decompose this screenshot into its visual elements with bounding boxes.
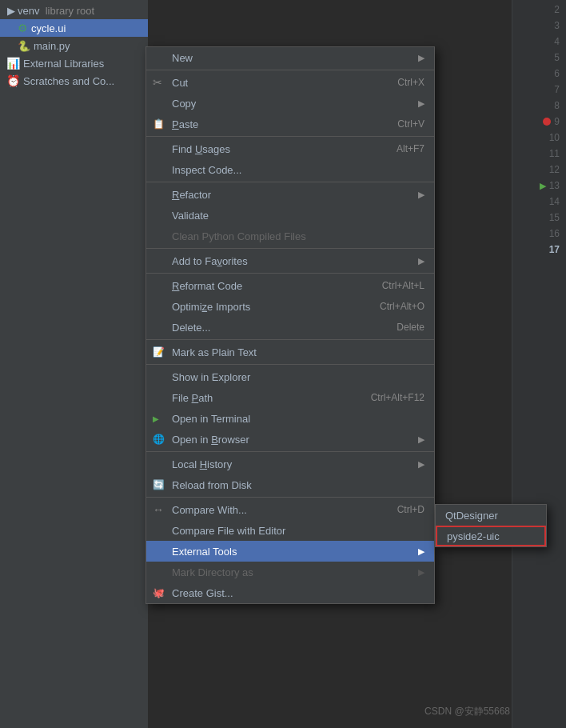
tree-item-label: Scratches and Co... [23,75,114,87]
line-6: 6 [554,66,560,82]
menu-item-find-usages-label: Find Usages [172,143,230,155]
menu-item-optimize-imports[interactable]: Optimize Imports Ctrl+Alt+O [146,296,434,317]
compare-icon: ↔ [153,503,164,516]
menu-item-reformat-code-label: Reformat Code [172,280,242,292]
menu-item-inspect-code-label: Inspect Code... [172,164,241,176]
menu-item-validate-label: Validate [172,210,209,222]
line-9: 9 [543,114,560,130]
menu-item-reformat-code[interactable]: Reformat Code Ctrl+Alt+L [146,275,434,296]
menu-item-local-history-label: Local History [172,458,232,470]
mark-plain-icon: 📝 [153,346,165,358]
submenu-item-qtdesigner[interactable]: QtDesigner [436,505,546,526]
submenu-external-tools: QtDesigner pyside2-uic [435,504,547,547]
menu-item-paste[interactable]: 📋 Paste Ctrl+V [146,114,434,134]
submenu-item-pyside2-uic-label: pyside2-uic [447,530,500,542]
optimize-imports-shortcut: Ctrl+Alt+O [380,301,424,312]
separator [146,497,434,498]
file-path-shortcut: Ctrl+Alt+F12 [371,392,424,403]
browser-icon: 🌐 [153,434,165,445]
separator [146,339,434,340]
menu-item-create-gist[interactable]: 🐙 Create Gist... [146,582,434,603]
submenu-arrow-icon: ▶ [418,256,424,266]
menu-item-paste-label: Paste [172,118,198,130]
line-16: 16 [549,226,560,242]
menu-item-mark-directory: Mark Directory as ▶ [146,562,434,582]
menu-item-reload-disk[interactable]: 🔄 Reload from Disk [146,474,434,495]
menu-item-compare-editor-label: Compare File with Editor [172,525,285,537]
menu-item-file-path[interactable]: File Path Ctrl+Alt+F12 [146,387,434,408]
tree-item-mainpy[interactable]: 🐍 main.py [0,37,148,54]
menu-item-local-history[interactable]: Local History ▶ [146,454,434,474]
breakpoint-icon [543,118,551,126]
extlibs-icon: 📊 [6,57,20,70]
line-12: 12 [549,162,560,178]
mainpy-icon: 🐍 [18,40,30,52]
tree-item-label: cycle.ui [31,22,66,34]
tree-item-scratches[interactable]: ⏰ Scratches and Co... [0,72,148,90]
menu-item-delete-label: Delete... [172,322,210,334]
separator [146,136,434,137]
menu-item-copy[interactable]: Copy ▶ [146,93,434,114]
scratches-icon: ⏰ [6,74,20,87]
line-7: 7 [554,82,560,98]
separator [146,70,434,70]
submenu-arrow-icon: ▶ [418,190,424,200]
submenu-arrow-icon: ▶ [418,567,424,578]
separator [146,364,434,365]
menu-item-cut[interactable]: ✂ Cut Ctrl+X [146,72,434,93]
line-13: ▶ 13 [540,178,560,194]
menu-item-new-label: New [172,52,193,64]
submenu-item-pyside2-uic[interactable]: pyside2-uic [436,526,546,546]
menu-item-show-explorer[interactable]: Show in Explorer [146,366,434,387]
separator [146,182,434,182]
tree-item-extlibs[interactable]: 📊 External Libraries [0,54,148,72]
tree-item-cycleui[interactable]: ⚙ cycle.ui [0,19,148,37]
line-10: 10 [549,130,560,146]
cut-shortcut: Ctrl+X [397,77,424,88]
line-numbers-panel: 2 3 4 5 6 7 8 9 10 11 12 ▶ 13 14 15 16 1… [512,0,566,728]
find-usages-shortcut: Alt+F7 [397,143,424,154]
tree-item-label: venv library root [18,5,94,17]
cycleui-icon: ⚙ [18,22,28,34]
menu-item-delete[interactable]: Delete... Delete [146,317,434,338]
submenu-arrow-icon: ▶ [418,459,424,470]
menu-item-open-browser[interactable]: 🌐 Open in Browser ▶ [146,429,434,450]
submenu-arrow-icon: ▶ [418,98,424,109]
paste-icon: 📋 [153,118,165,130]
github-icon: 🐙 [153,587,165,598]
menu-item-reload-disk-label: Reload from Disk [172,479,252,491]
reformat-code-shortcut: Ctrl+Alt+L [382,280,424,291]
menu-item-open-terminal[interactable]: ▶ Open in Terminal [146,408,434,429]
tree-item-venv[interactable]: ▶ venv library root [0,2,148,19]
menu-item-inspect-code[interactable]: Inspect Code... [146,159,434,180]
line-5: 5 [554,50,560,66]
menu-item-external-tools[interactable]: External Tools ▶ [146,541,434,562]
menu-item-mark-plain-text[interactable]: 📝 Mark as Plain Text [146,342,434,362]
menu-item-compare-with-label: Compare With... [172,504,247,516]
menu-item-find-usages[interactable]: Find Usages Alt+F7 [146,138,434,159]
context-menu: New ▶ ✂ Cut Ctrl+X Copy ▶ 📋 Paste Ctrl+V… [145,46,435,604]
menu-item-show-explorer-label: Show in Explorer [172,371,250,383]
menu-item-compare-with[interactable]: ↔ Compare With... Ctrl+D [146,499,434,520]
expand-arrow-icon: ▶ [6,6,16,15]
terminal-icon: ▶ [153,414,159,423]
separator [146,273,434,274]
submenu-arrow-icon: ▶ [418,434,424,445]
menu-item-validate[interactable]: Validate [146,205,434,226]
menu-item-clean-python: Clean Python Compiled Files [146,226,434,246]
menu-item-refactor-label: Refactor [172,189,211,201]
menu-item-file-path-label: File Path [172,392,213,404]
menu-item-new[interactable]: New ▶ [146,47,434,68]
menu-item-add-favorites[interactable]: Add to Favorites ▶ [146,250,434,271]
file-tree: ▶ venv library root ⚙ cycle.ui 🐍 main.py… [0,0,148,728]
menu-item-open-terminal-label: Open in Terminal [172,413,250,425]
menu-item-refactor[interactable]: Refactor ▶ [146,184,434,205]
menu-item-optimize-imports-label: Optimize Imports [172,301,250,313]
line-2: 2 [554,2,560,18]
compare-with-shortcut: Ctrl+D [397,504,424,515]
watermark: CSDN @安静55668 [424,705,510,718]
menu-item-external-tools-label: External Tools [172,546,237,558]
line-3: 3 [554,18,560,34]
menu-item-create-gist-label: Create Gist... [172,587,233,599]
menu-item-compare-editor[interactable]: Compare File with Editor [146,520,434,541]
